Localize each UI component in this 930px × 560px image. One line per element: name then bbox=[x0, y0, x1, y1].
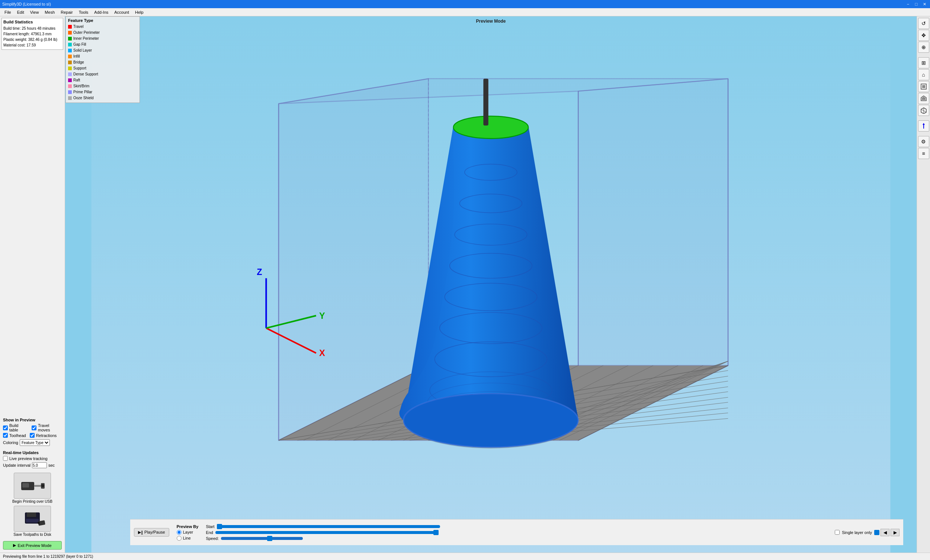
preview-mode-label: Preview Mode bbox=[476, 18, 505, 24]
single-layer-section: Single layer only ◀ ▶ bbox=[835, 529, 899, 536]
z-axis-button[interactable] bbox=[918, 120, 929, 132]
svg-rect-73 bbox=[922, 85, 925, 88]
legend-item-label: Ooze Shield bbox=[73, 95, 93, 101]
svg-text:Z: Z bbox=[257, 267, 262, 277]
legend-color-swatch bbox=[68, 78, 72, 82]
legend-title: Feature Type bbox=[68, 18, 137, 23]
single-layer-checkbox[interactable] bbox=[835, 530, 839, 535]
svg-point-4 bbox=[41, 484, 44, 487]
legend-color-swatch bbox=[68, 37, 72, 40]
update-interval-row: Update interval sec bbox=[3, 462, 62, 468]
line-radio-row: Line bbox=[177, 536, 199, 541]
begin-printing-label: Begin Printing over USB bbox=[12, 499, 52, 503]
legend-item: Prime Pillar bbox=[68, 89, 137, 95]
exit-preview-button[interactable]: ▶ Exit Preview Mode bbox=[3, 541, 62, 549]
svg-point-9 bbox=[38, 522, 40, 524]
svg-point-64 bbox=[453, 116, 528, 138]
retractions-checkbox[interactable] bbox=[30, 433, 35, 438]
legend-color-swatch bbox=[68, 90, 72, 94]
layer-next-button[interactable]: ▶ bbox=[891, 529, 899, 536]
pan-button[interactable]: ✥ bbox=[918, 30, 929, 41]
menu-item-edit[interactable]: Edit bbox=[14, 9, 27, 15]
show-preview-title: Show in Preview bbox=[3, 418, 62, 422]
legend-item-label: Support bbox=[73, 65, 86, 71]
svg-rect-65 bbox=[483, 79, 488, 126]
layer-indicator bbox=[874, 530, 879, 535]
start-end-section: Start End Speed: bbox=[206, 524, 440, 541]
realtime-title: Real-time Updates bbox=[3, 450, 62, 455]
menu-item-view[interactable]: View bbox=[27, 9, 42, 15]
info-button[interactable]: ≡ bbox=[918, 148, 929, 159]
zoom-button[interactable]: ⊕ bbox=[918, 41, 929, 53]
minimize-button[interactable]: − bbox=[905, 1, 912, 7]
coloring-select[interactable]: Feature Type Speed Tool Index Layer bbox=[20, 439, 50, 446]
build-stats-title: Build Statistics bbox=[3, 20, 62, 24]
legend-item-label: Travel bbox=[73, 24, 83, 30]
stat-line: Material cost: 17.59 bbox=[3, 42, 62, 48]
layer-prev-button[interactable]: ◀ bbox=[881, 529, 890, 536]
menu-item-account[interactable]: Account bbox=[111, 9, 132, 15]
preview-by-title: Preview By bbox=[177, 524, 199, 529]
travel-moves-checkbox[interactable] bbox=[32, 425, 37, 430]
build-table-label: Build table bbox=[9, 423, 28, 432]
live-tracking-row: Live preview tracking bbox=[3, 456, 62, 461]
live-tracking-label: Live preview tracking bbox=[9, 456, 48, 461]
toolhead-label: Toolhead bbox=[9, 433, 26, 438]
single-layer-label: Single layer only bbox=[842, 530, 872, 535]
front-view-button[interactable] bbox=[918, 81, 929, 92]
layer-label: Layer bbox=[183, 530, 194, 534]
toolhead-checkbox[interactable] bbox=[3, 433, 8, 438]
svg-text:X: X bbox=[319, 348, 325, 358]
viewport[interactable]: Preview Mode bbox=[65, 16, 917, 552]
exit-preview-icon: ▶ bbox=[13, 543, 16, 548]
toolhead-row: Toolhead Retractions bbox=[3, 433, 62, 438]
save-toolpaths-button[interactable] bbox=[14, 506, 51, 532]
legend-item-label: Bridge bbox=[73, 60, 84, 65]
home-view-button[interactable]: ⌂ bbox=[918, 69, 929, 80]
menu-item-tools[interactable]: Tools bbox=[76, 9, 91, 15]
legend-item: Skirt/Brim bbox=[68, 83, 137, 89]
play-pause-button[interactable]: ▶‖ Play/Pause bbox=[134, 528, 169, 537]
update-interval-label: Update interval bbox=[3, 463, 31, 468]
start-slider[interactable] bbox=[217, 525, 440, 528]
update-interval-unit: sec bbox=[48, 463, 55, 468]
top-view-button[interactable] bbox=[918, 93, 929, 104]
settings-button[interactable]: ⚙ bbox=[918, 136, 929, 147]
end-row: End bbox=[206, 530, 440, 535]
legend-color-swatch bbox=[68, 49, 72, 52]
maximize-button[interactable]: □ bbox=[913, 1, 919, 7]
menu-item-repair[interactable]: Repair bbox=[58, 9, 75, 15]
svg-rect-7 bbox=[26, 519, 39, 522]
rotate-button[interactable]: ↺ bbox=[918, 18, 929, 29]
legend-item-label: Dense Support bbox=[73, 71, 98, 77]
isometric-view-button[interactable] bbox=[918, 105, 929, 116]
line-radio[interactable] bbox=[177, 536, 182, 541]
coloring-label: Coloring bbox=[3, 440, 18, 445]
menu-item-file[interactable]: File bbox=[2, 9, 14, 15]
layer-radio[interactable] bbox=[177, 530, 182, 535]
build-table-checkbox[interactable] bbox=[3, 425, 8, 430]
legend-color-swatch bbox=[68, 61, 72, 64]
legend-item-label: Outer Perimeter bbox=[73, 30, 100, 36]
fit-view-button[interactable]: ⊞ bbox=[918, 57, 929, 68]
legend-item-label: Gap Fill bbox=[73, 41, 86, 48]
window-controls: − □ ✕ bbox=[905, 1, 928, 7]
coloring-row: Coloring Feature Type Speed Tool Index L… bbox=[3, 439, 62, 446]
live-tracking-checkbox[interactable] bbox=[3, 456, 8, 461]
stat-line: Filament length: 47961.3 mm bbox=[3, 31, 62, 37]
svg-rect-1 bbox=[22, 483, 29, 488]
begin-printing-button[interactable] bbox=[14, 473, 51, 499]
end-label: End bbox=[206, 530, 213, 535]
stat-line: Build time: 25 hours 48 minutes bbox=[3, 26, 62, 31]
end-slider[interactable] bbox=[216, 531, 439, 534]
close-button[interactable]: ✕ bbox=[921, 1, 928, 7]
legend-color-swatch bbox=[68, 31, 72, 35]
update-interval-input[interactable] bbox=[32, 462, 47, 468]
speed-row: Speed: bbox=[206, 536, 440, 541]
menu-item-mesh[interactable]: Mesh bbox=[42, 9, 58, 15]
legend-color-swatch bbox=[68, 55, 72, 58]
menu-item-add-ins[interactable]: Add-Ins bbox=[91, 9, 111, 15]
legend-item-label: Raft bbox=[73, 77, 80, 83]
speed-slider[interactable] bbox=[221, 537, 303, 540]
menu-item-help[interactable]: Help bbox=[132, 9, 146, 15]
